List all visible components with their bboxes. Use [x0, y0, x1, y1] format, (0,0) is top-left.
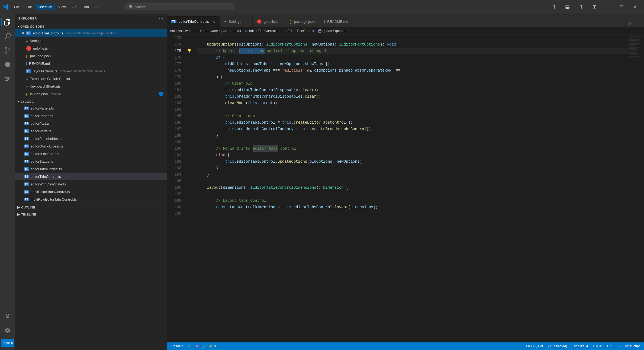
panel-layout-button[interactable]: ⬓	[561, 2, 574, 11]
file-item-editortitlecontrol[interactable]: TS editorTitleControl.ts	[15, 173, 167, 180]
breadcrumb-method[interactable]: updateOptions	[318, 29, 346, 33]
search-icon: 🔍	[129, 5, 133, 9]
minimize-button[interactable]: ─	[602, 2, 614, 11]
breadcrumb-class[interactable]: EditorTitleControl	[283, 29, 314, 33]
menu-file[interactable]: File	[11, 4, 22, 10]
open-editor-item-package[interactable]: {} package.json	[15, 52, 167, 60]
back-button[interactable]: ←	[105, 3, 112, 11]
customize-layout-button[interactable]: ⊞	[588, 2, 601, 11]
file-item-editorsobserver[interactable]: TS editorsObserver.ts	[15, 150, 167, 158]
chevron-right-timeline-icon: ▶	[17, 212, 20, 216]
menu-view[interactable]: View	[56, 4, 69, 10]
gutter-179	[186, 74, 192, 80]
activity-accounts[interactable]	[1, 310, 14, 323]
menu-run[interactable]: Run	[80, 4, 92, 10]
breadcrumb-parts[interactable]: parts	[221, 29, 229, 33]
activity-extensions[interactable]	[1, 72, 14, 85]
activity-settings[interactable]	[1, 324, 14, 337]
search-bar[interactable]: 🔍 vscode	[125, 4, 234, 10]
close-icon[interactable]: ✕	[22, 31, 24, 35]
chevron-down-icon-2: ▾	[17, 99, 19, 104]
breadcrumb-editor[interactable]: editor	[233, 29, 242, 33]
file-item-editorparts[interactable]: TS editorParts.ts	[15, 127, 167, 135]
ln-200: 200	[167, 210, 181, 217]
split-editor-button[interactable]: ⊟	[626, 19, 633, 27]
timeline-header[interactable]: ▶ TIMELINE	[15, 211, 167, 217]
activity-explorer[interactable]	[1, 16, 14, 29]
gutter-174	[186, 41, 192, 48]
status-line-ending[interactable]: CRLF	[605, 342, 618, 350]
status-language[interactable]: { } TypeScript	[618, 342, 642, 350]
open-editor-item-keyboard[interactable]: ≡ Keyboard Shortcuts	[15, 82, 167, 90]
file-item-editorpanes[interactable]: TS editorPanes.ts	[15, 112, 167, 120]
open-editor-item-gulp[interactable]: 🔴 gulpfile.js	[15, 44, 167, 52]
tab-gulpfile[interactable]: 🔴 gulpfile.js	[253, 16, 285, 27]
outline-header[interactable]: ▶ OUTLINE	[15, 204, 167, 210]
ln-173: 173	[167, 35, 181, 41]
status-sync[interactable]: ↺	[186, 342, 193, 350]
file-item-editorstatus[interactable]: TS editorStatus.ts	[15, 158, 167, 165]
file-item-editorplaceholder[interactable]: TS editorPlaceholder.ts	[15, 135, 167, 142]
explorer-title: EXPLORER	[18, 17, 37, 20]
file-label-editorwithviewstate: editorWithViewState.ts	[31, 182, 66, 186]
new-file-icon[interactable]: ⋯	[159, 16, 163, 21]
status-encoding[interactable]: UTF-8	[591, 342, 604, 350]
breadcrumb-vs[interactable]: vs	[178, 29, 182, 33]
file-item-multieditortabscontrol[interactable]: TS multiEditorTabsControl.ts	[15, 188, 167, 195]
file-item-editorpanels[interactable]: TS editorPanels.ts	[15, 104, 167, 112]
open-editor-item-launch[interactable]: {} launch.json .vscode 1	[15, 90, 167, 98]
file-item-multiroweditortabscontrol[interactable]: TS multiRowEditorTabsControl.ts	[15, 195, 167, 203]
breadcrumb-browser[interactable]: browser	[205, 29, 218, 33]
git-branch-status[interactable]: ⎇ main	[1, 339, 14, 347]
breadcrumb-workbench[interactable]: workbench	[185, 29, 202, 33]
open-editors-header[interactable]: ▾ OPEN EDITORS	[15, 24, 167, 29]
forward-button[interactable]: →	[114, 3, 121, 11]
gutter-181	[186, 87, 192, 93]
tab-editortitlecontrol[interactable]: TS editorTitleControl.ts ✕	[167, 16, 220, 27]
vscode-section-header[interactable]: ▾ VSCODE	[15, 99, 167, 104]
tab-packagejson[interactable]: {} package.json	[285, 16, 319, 27]
activity-run-debug[interactable]	[1, 58, 14, 71]
status-tab-size[interactable]: Tab Size: 4	[570, 342, 590, 350]
menu-selection[interactable]: Selection	[35, 4, 55, 10]
close-button[interactable]: ✕	[629, 2, 641, 11]
open-editor-keyboard-label: Keyboard Shortcuts	[30, 84, 61, 88]
status-branch[interactable]: ⎇ main	[169, 342, 185, 350]
file-label-editorquickaccess: editorQuickAccess.ts	[31, 144, 63, 148]
menu-edit[interactable]: Edit	[23, 4, 34, 10]
open-editor-item-layout[interactable]: TS layoutActions.ts src\vs\workbench\bro…	[15, 67, 167, 75]
ln-198: 198	[167, 197, 181, 204]
code-editor[interactable]: 173 174 175 176 177 178 179 180 181 182 …	[167, 35, 644, 342]
ln-179: 179	[167, 74, 181, 80]
file-item-editorquickaccess[interactable]: TS editorQuickAccess.ts	[15, 142, 167, 150]
tab-readme[interactable]: ℹ README.md	[319, 16, 353, 27]
open-editor-item-copilot[interactable]: ≡ Extension: GitHub Copilot	[15, 75, 167, 82]
activity-source-control[interactable]	[1, 44, 14, 57]
open-editor-item-0[interactable]: ✕ TS editorTitleControl.ts src\vs\workbe…	[15, 29, 167, 37]
more-actions-button[interactable]: ⋯	[634, 19, 642, 27]
status-cursor-position[interactable]: Ln 175, Col 30 (11 selected)	[524, 342, 569, 350]
lightbulb-icon[interactable]: 💡	[187, 48, 192, 54]
error-icon: ✕	[196, 344, 198, 348]
code-content[interactable]: updateOptions(oldOptions: IEditorPartOpt…	[192, 35, 628, 342]
file-item-editorpart[interactable]: TS editorPart.ts	[15, 120, 167, 127]
sidebar-layout-button[interactable]: ▯	[548, 2, 560, 11]
gutter-189	[186, 139, 192, 145]
maximize-button[interactable]: □	[615, 2, 628, 11]
minimap[interactable]	[628, 35, 644, 342]
gutter-175[interactable]: 💡	[186, 48, 192, 54]
open-editor-item-settings[interactable]: ≡ Settings	[15, 37, 167, 44]
tab-close-editortitlecontrol[interactable]: ✕	[212, 20, 215, 24]
tab-settings[interactable]: ≡ Settings	[220, 16, 253, 27]
file-item-editortabscontrol[interactable]: TS editorTabsControl.ts	[15, 165, 167, 173]
file-item-editorwithviewstate[interactable]: TS editorWithViewState.ts	[15, 180, 167, 188]
open-editor-item-readme[interactable]: ℹ README.md	[15, 60, 167, 67]
status-errors[interactable]: ✕ 6 △ 1 ⚡ 0	[194, 342, 218, 350]
breadcrumb-src[interactable]: src	[170, 29, 175, 33]
panel-right-button[interactable]: ▯	[575, 2, 587, 11]
breadcrumb-file[interactable]: TSeditorTitleControl.ts	[245, 29, 279, 33]
window-controls: ▯ ⬓ ▯ ⊞ ─ □ ✕	[548, 2, 641, 11]
activity-search[interactable]	[1, 30, 14, 43]
menu-go[interactable]: Go	[69, 4, 79, 10]
menu-more[interactable]: ···	[92, 4, 101, 10]
